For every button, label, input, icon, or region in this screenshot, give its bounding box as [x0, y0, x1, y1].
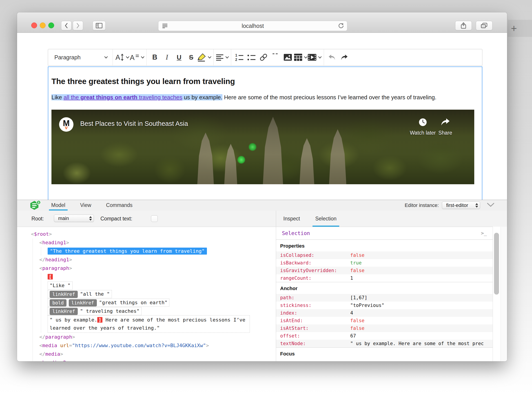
- link-text-bold[interactable]: great things on earth: [80, 94, 137, 100]
- minimize-window-button[interactable]: [40, 22, 46, 28]
- tree-node-media-close[interactable]: </media>: [39, 350, 276, 358]
- refresh-icon[interactable]: [338, 23, 344, 29]
- background-tab-strip: +: [508, 20, 532, 37]
- bulleted-list-icon: [247, 53, 256, 61]
- collapse-inspector-chevron-icon[interactable]: [487, 203, 494, 207]
- chevron-down-icon: [304, 56, 307, 59]
- address-bar[interactable]: localhost: [158, 21, 347, 31]
- console-log-icon[interactable]: >_: [481, 230, 487, 236]
- heading-dropdown[interactable]: Paragraph: [52, 50, 110, 64]
- numbered-list-button[interactable]: 1 2: [233, 50, 245, 64]
- chevron-down-icon: [208, 56, 211, 59]
- redo-icon: [340, 54, 348, 61]
- tree-node-heading-text-selected[interactable]: "The three greatest things you learn fro…: [48, 247, 276, 255]
- property-row: rangeCount:1: [276, 274, 493, 282]
- safari-window: localhost: [17, 12, 507, 361]
- sidebar-toggle-button[interactable]: [93, 21, 106, 30]
- forward-button[interactable]: [73, 21, 83, 30]
- toolbar-separator: [147, 49, 147, 65]
- selection-panel-title: Selection: [282, 230, 310, 236]
- inspector-header: 5 Model View Commands Editor instance: f…: [17, 200, 507, 211]
- compact-text-checkbox[interactable]: [151, 215, 158, 222]
- video-share-button[interactable]: Share: [428, 118, 462, 136]
- property-row: path:[1,67]: [276, 294, 493, 302]
- select-arrows-icon: [475, 203, 478, 208]
- numbered-list-icon: 1 2: [235, 53, 244, 61]
- tree-text-node[interactable]: "Like ": [48, 281, 276, 290]
- close-window-button[interactable]: [31, 22, 37, 28]
- undo-icon: [328, 54, 336, 61]
- toolbar-separator: [214, 49, 214, 65]
- new-tab-plus-icon[interactable]: +: [511, 22, 517, 34]
- paragraph-text: Here are some of the most precious lesso…: [222, 94, 436, 100]
- video-title[interactable]: Best Places to Visit in Southeast Asia: [80, 120, 188, 127]
- redo-button[interactable]: [338, 50, 350, 64]
- editor-instance-label: Editor instance:: [405, 203, 439, 208]
- property-row: isCollapsed:false: [276, 252, 493, 259]
- tree-node-root[interactable]: <$root>: [31, 230, 276, 238]
- tree-node-heading1-close[interactable]: </heading1>: [39, 255, 276, 264]
- strikethrough-button[interactable]: S: [185, 50, 197, 64]
- insert-image-button[interactable]: [282, 50, 294, 64]
- tab-selection[interactable]: Selection: [313, 211, 339, 227]
- font-size-icon: A: [115, 53, 124, 61]
- select-arrows-icon: [89, 216, 92, 221]
- back-button[interactable]: [61, 21, 71, 30]
- attribute-chip-linkhref: linkHref: [50, 291, 78, 298]
- scrollbar-thumb[interactable]: [494, 233, 499, 295]
- selection-end-marker: ]: [97, 317, 102, 323]
- tree-node-heading2-open[interactable]: <heading2>: [39, 358, 276, 361]
- tab-commands[interactable]: Commands: [104, 200, 135, 211]
- root-select[interactable]: main: [54, 214, 94, 222]
- document-heading: The three greatest things you learn from…: [51, 77, 479, 86]
- svg-text:A: A: [115, 54, 120, 61]
- tree-text-node[interactable]: boldlinkHref"great things on earth": [48, 298, 276, 307]
- tab-view[interactable]: View: [78, 200, 93, 211]
- highlight-button[interactable]: [197, 50, 211, 64]
- tree-text-node[interactable]: " us by example.] Here are some of the m…: [48, 315, 276, 333]
- tab-inspect[interactable]: Inspect: [281, 211, 303, 227]
- font-family-button[interactable]: A: [129, 50, 144, 64]
- tree-node-heading1-open[interactable]: <heading1>: [39, 238, 276, 247]
- link-text[interactable]: traveling teaches: [137, 94, 182, 100]
- panel-scrollbar[interactable]: [493, 227, 501, 361]
- tree-node-paragraph-close[interactable]: </paragraph>: [39, 333, 276, 341]
- link-icon: [259, 53, 268, 61]
- editor-content[interactable]: The three greatest things you learn from…: [48, 66, 482, 206]
- tree-node-paragraph-open[interactable]: <paragraph>: [39, 264, 276, 273]
- svg-text:1: 1: [235, 54, 237, 57]
- chevron-down-icon: [141, 56, 144, 59]
- attribute-chip-linkhref: linkHref: [50, 308, 78, 315]
- insert-table-button[interactable]: [294, 50, 307, 64]
- tab-overview-button[interactable]: [476, 21, 493, 30]
- block-quote-button[interactable]: “: [270, 50, 282, 64]
- tree-text-node[interactable]: linkHref" traveling teaches": [48, 307, 276, 315]
- undo-button[interactable]: [326, 50, 338, 64]
- panel-tabs: Inspect Selection: [276, 211, 507, 227]
- bulleted-list-button[interactable]: [245, 50, 258, 64]
- selection-panel: Selection >_ Properties isCollapsed:fals…: [276, 227, 493, 361]
- tree-text-node[interactable]: linkHref"all the ": [48, 290, 276, 298]
- compact-text-label: Compact text:: [100, 211, 132, 227]
- underline-button[interactable]: U: [173, 50, 185, 64]
- zoom-window-button[interactable]: [48, 22, 54, 28]
- youtube-embed[interactable]: M v Best Places to Visit in Southeast As…: [51, 110, 474, 184]
- sidebar-icon: [96, 23, 102, 28]
- italic-button[interactable]: I: [161, 50, 173, 64]
- bold-button[interactable]: B: [149, 50, 161, 64]
- inspector-body: <$root> <heading1> "The three greatest t…: [17, 227, 507, 361]
- editor-instance-select[interactable]: first-editor: [442, 202, 480, 209]
- share-button[interactable]: [455, 21, 472, 30]
- channel-avatar[interactable]: M v: [59, 117, 73, 132]
- alignment-button[interactable]: [216, 50, 229, 64]
- share-icon: [461, 22, 466, 29]
- toolbar-separator: [324, 49, 324, 65]
- tab-overview-icon: [481, 23, 488, 28]
- link-button[interactable]: [258, 50, 270, 64]
- media-embed-button[interactable]: [307, 50, 322, 64]
- link-text[interactable]: all the: [64, 94, 80, 100]
- tab-model[interactable]: Model: [49, 200, 68, 211]
- chevron-down-icon: [126, 56, 129, 59]
- font-size-button[interactable]: A: [115, 50, 129, 64]
- tree-node-media-open[interactable]: <media url="https://www.youtube.com/watc…: [39, 341, 276, 350]
